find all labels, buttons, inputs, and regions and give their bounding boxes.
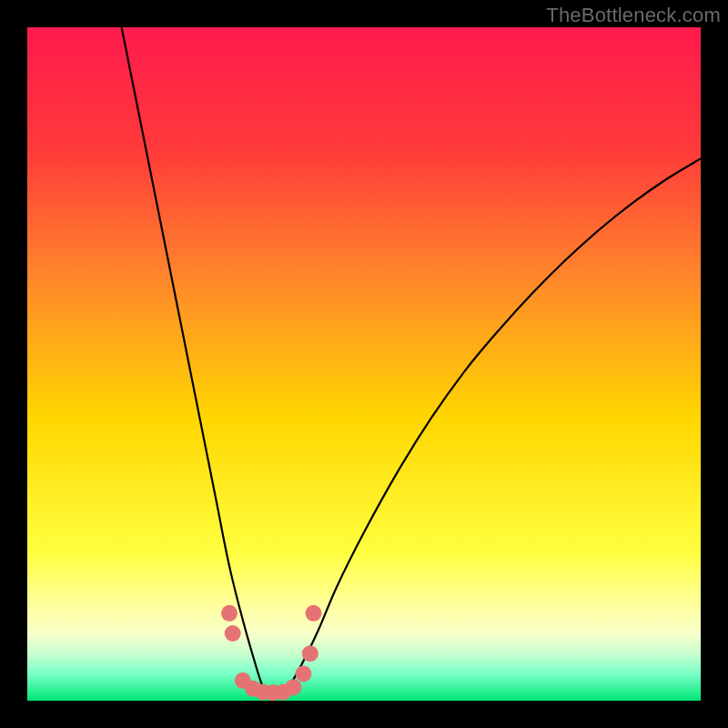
curve-left-branch xyxy=(122,27,270,697)
data-marker xyxy=(221,605,238,622)
data-marker xyxy=(295,665,311,682)
curve-layer xyxy=(27,27,701,701)
curve-right-branch xyxy=(269,158,701,697)
data-marker xyxy=(302,645,318,662)
plot-area xyxy=(27,27,701,701)
data-marker xyxy=(225,625,241,642)
chart-frame: TheBottleneck.com xyxy=(0,0,728,728)
data-marker xyxy=(285,679,301,695)
data-marker xyxy=(306,605,322,622)
watermark-text: TheBottleneck.com xyxy=(546,4,721,27)
data-markers xyxy=(221,605,322,701)
